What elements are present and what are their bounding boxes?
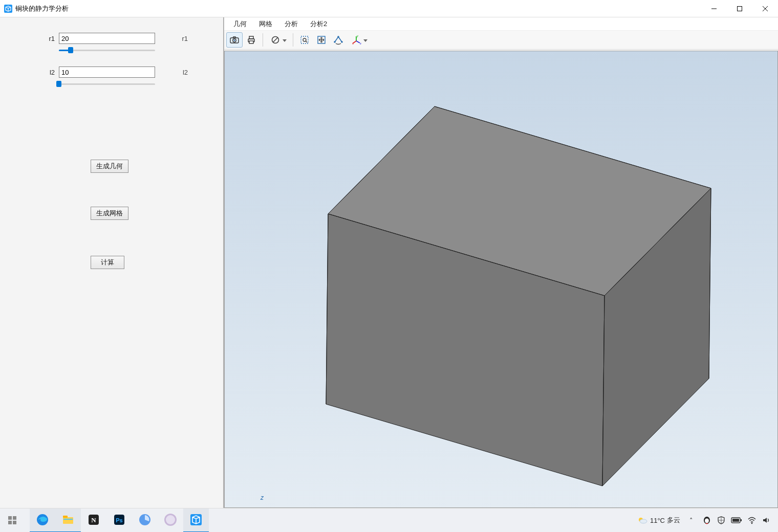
volume-tray-icon[interactable] [762,516,771,525]
maximize-button[interactable] [727,0,752,17]
weather-text: 多云 [667,516,680,525]
system-tray: 11°C 多云 ˄ [637,515,778,526]
minimize-button[interactable] [701,0,727,17]
toolbar-separator [263,33,263,47]
camera-icon[interactable] [226,32,243,48]
svg-rect-41 [63,516,68,518]
taskbar-app-explorer[interactable] [55,508,81,533]
svg-point-16 [334,41,336,43]
svg-point-60 [751,523,753,524]
svg-text:z: z [360,42,361,45]
toolbar-separator [293,33,293,47]
svg-text:x: x [352,42,354,45]
window-title: 铜块的静力学分析 [15,4,69,13]
compute-button[interactable]: 计算 [91,256,124,269]
wifi-tray-icon[interactable] [747,516,757,525]
taskbar-app-avatar[interactable] [158,508,183,533]
svg-text:y: y [357,35,358,37]
svg-rect-38 [13,521,16,524]
zoom-fit-icon[interactable] [313,32,330,48]
svg-rect-36 [13,516,16,520]
svg-rect-1 [738,6,742,11]
zoom-window-icon[interactable] [296,32,313,48]
no-entry-dropdown-icon[interactable] [266,32,290,48]
3d-viewport[interactable]: z [224,51,778,508]
svg-rect-35 [8,516,12,520]
svg-text:N: N [91,516,96,524]
viewport-menubar: 几何 网格 分析 分析2 [224,17,778,31]
tray-chevron-icon[interactable]: ˄ [689,517,693,524]
param-label-r1: r1 [0,35,59,42]
taskbar-app-photoshop[interactable]: Ps [106,508,132,533]
svg-point-17 [341,41,343,43]
svg-point-49 [166,515,175,524]
taskbar: N Ps 11°C 多云 ˄ [0,508,778,532]
svg-rect-40 [63,517,73,524]
taskbar-app-notion[interactable]: N [81,508,106,533]
svg-rect-37 [8,521,12,524]
param-input-r1[interactable] [59,33,155,44]
menu-analysis2[interactable]: 分析2 [304,17,333,31]
titlebar: 铜块的静力学分析 [0,0,778,17]
svg-rect-59 [741,519,742,521]
axis-label-z: z [261,494,264,501]
param-row-r1: r1 r1 [0,33,223,44]
app-icon [4,5,12,13]
svg-point-55 [705,519,706,520]
parameter-panel: r1 r1 l2 l2 生成几何 生成网格 计算 [0,17,224,508]
generate-geometry-button[interactable]: 生成几何 [91,160,128,173]
menu-analysis[interactable]: 分析 [278,17,304,31]
svg-text:Ps: Ps [116,517,122,523]
taskbar-app-edge[interactable] [30,508,55,533]
weather-temp: 11°C [650,517,665,524]
param-row-l2: l2 l2 [0,66,223,78]
axes-triad-dropdown-icon[interactable]: yxz [347,32,371,48]
close-button[interactable] [752,0,778,17]
svg-rect-58 [732,519,739,522]
qq-tray-icon[interactable] [702,516,711,525]
svg-point-6 [234,40,235,41]
battery-tray-icon[interactable] [731,517,742,524]
generate-mesh-button[interactable]: 生成网格 [91,207,128,220]
svg-point-56 [707,519,708,520]
taskbar-start-placeholder[interactable] [0,508,25,533]
print-icon[interactable] [243,32,260,48]
svg-line-11 [273,38,278,42]
menu-geometry[interactable]: 几何 [227,17,253,31]
param-slider-r1[interactable] [59,46,155,54]
weather-widget[interactable]: 11°C 多云 [637,515,680,526]
svg-point-52 [640,519,647,523]
param-unit-l2: l2 [155,69,196,76]
param-input-l2[interactable] [59,66,155,78]
param-slider-l2[interactable] [59,80,155,88]
rotate-3d-icon[interactable] [330,32,347,48]
svg-point-18 [337,36,339,38]
menu-mesh[interactable]: 网格 [253,17,278,31]
svg-rect-9 [249,41,253,43]
weather-icon [637,515,648,526]
param-unit-r1: r1 [155,35,196,42]
taskbar-app-current[interactable] [183,508,209,533]
svg-rect-8 [249,36,253,39]
param-label-l2: l2 [0,69,59,76]
svg-line-21 [356,41,360,43]
svg-line-14 [306,41,307,42]
security-tray-icon[interactable] [717,516,726,525]
viewport-toolbar: yxz [224,31,778,50]
taskbar-app-browser[interactable] [132,508,158,533]
svg-rect-42 [63,519,73,520]
svg-point-13 [303,38,306,41]
